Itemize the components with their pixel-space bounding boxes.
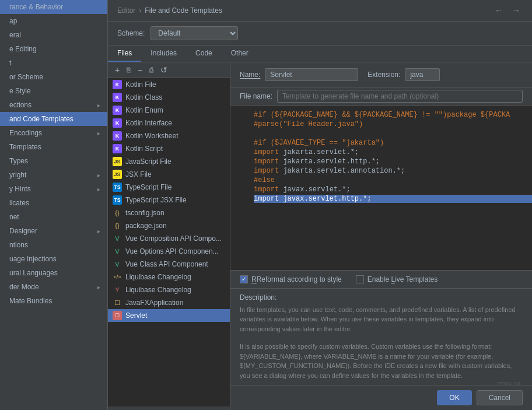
reformat-checkbox-group[interactable]: ✓ RReformat according to style [240,275,342,283]
filename-label: File name: [240,92,272,100]
sidebar-item-lang-injections[interactable]: uage Injections [0,252,107,266]
sidebar-item-keymap[interactable]: ap [0,14,107,28]
tab-code[interactable]: Code [186,45,222,62]
sidebar-item-code-style[interactable]: e Style [0,84,107,98]
file-list-panel: + ⎘ − ⎙ ↺ K Kotlin File K Kotlin Cl [108,62,230,410]
file-item-kotlin-worksheet[interactable]: K Kotlin Worksheet [108,129,230,142]
sidebar-item-reader-mode[interactable]: der Mode ▸ [0,280,107,294]
sidebar-item-editing[interactable]: e Editing [0,42,107,56]
revert-template-button[interactable]: ↺ [158,65,170,75]
liquibase-red-icon: Y [113,285,122,295]
reformat-checkbox[interactable]: ✓ [240,275,248,283]
expand-icon: ▸ [97,186,100,192]
sidebar-item-mate-bundles[interactable]: Mate Bundles [0,294,107,308]
forward-button[interactable]: → [510,5,523,16]
name-field-group: Name: [240,68,358,81]
file-item-liquibase-red[interactable]: Y Liquibase Changelog [108,283,230,296]
sidebar-item-appearance[interactable]: rance & Behavior [0,0,107,14]
ok-button[interactable]: OK [437,390,471,405]
add-template-button[interactable]: + [113,65,122,75]
sidebar-item-natural-languages[interactable]: ural Languages [0,266,107,280]
vue-options-icon: V [113,247,122,256]
extension-label: Extension: [368,71,400,79]
back-button[interactable]: ← [492,5,505,16]
tab-other[interactable]: Other [222,45,258,62]
file-item-kotlin-script[interactable]: K Kotlin Script [108,142,230,155]
app-container: rance & Behavior ap eral e Editing t or … [0,0,532,410]
code-editor[interactable]: #if (${PACKAGE_NAME} && ${PACKAGE_NAME} … [230,106,532,270]
file-item-typescript-file[interactable]: TS TypeScript File [108,181,230,194]
sidebar-item-color-scheme[interactable]: or Scheme [0,70,107,84]
sidebar-item-intentions[interactable]: ntions [0,238,107,252]
live-templates-checkbox-group[interactable]: Enable Live Templates [356,275,438,283]
sidebar-item-encodings[interactable]: Encodings ▸ [0,126,107,140]
sidebar-item-internet[interactable]: net [0,210,107,224]
expand-icon: ▸ [97,228,100,234]
file-name: Liquibase Changelog [125,286,191,294]
file-name: TypeScript JSX File [125,196,187,204]
file-item-vue-options[interactable]: V Vue Options API Componen... [108,245,230,258]
live-templates-label: Enable Live Templates [368,275,438,283]
code-line [230,129,532,138]
sidebar-item-inspections[interactable]: ections ▸ [0,98,107,112]
file-name: Kotlin Script [125,145,163,153]
kotlin-class-icon: K [113,93,122,102]
file-item-kotlin-interface[interactable]: K Kotlin Interface [108,117,230,129]
kotlin-script-icon: K [113,144,122,153]
scheme-row: Scheme: Default [108,22,532,45]
filename-row: File name: [230,87,532,106]
sidebar-item-inlay-hints[interactable]: y Hints ▸ [0,182,107,196]
sidebar-item-file-code-templates[interactable]: and Code Templates [0,112,107,126]
file-item-liquibase-xml[interactable]: </> Liquibase Changelog [108,271,230,283]
expand-icon: ▸ [97,172,100,178]
file-item-kotlin-class[interactable]: K Kotlin Class [108,91,230,104]
file-item-vue-class[interactable]: V Vue Class API Component [108,258,230,271]
description-text-1: In file templates, you can use text, cod… [240,305,523,334]
file-name: Vue Options API Componen... [125,247,219,255]
file-item-vue-composition[interactable]: V Vue Composition API Compo... [108,232,230,245]
file-name: JavaScript File [125,157,172,166]
reset-template-button[interactable]: ⎙ [147,65,156,75]
sidebar-item-general[interactable]: eral [0,28,107,42]
tsconfig-icon: {} [113,208,122,218]
kotlin-worksheet-icon: K [113,131,122,141]
sidebar-item-live-templates[interactable]: Templates [0,140,107,154]
bottom-options: ✓ RReformat according to style Enable Li… [230,270,532,288]
editor-panel: Name: Extension: File name: [230,62,532,410]
file-item-package-json[interactable]: {} package.json [108,219,230,232]
breadcrumb-separator: › [139,6,141,15]
file-item-kotlin-file[interactable]: K Kotlin File [108,78,230,91]
file-item-javafx[interactable]: ☐ JavaFXApplication [108,296,230,309]
file-name: Liquibase Changelog [125,273,191,281]
cancel-button[interactable]: Cancel [477,390,523,405]
horizontal-scrollbar[interactable] [108,407,230,410]
sidebar-item-file-types[interactable]: Types [0,154,107,168]
file-item-typescript-jsx[interactable]: TS TypeScript JSX File [108,194,230,206]
tab-includes[interactable]: Includes [141,45,186,62]
file-item-kotlin-enum[interactable]: K Kotlin Enum [108,104,230,117]
right-panel: Editor › File and Code Templates ← → Sch… [108,0,532,410]
sidebar-item-copyright[interactable]: yright ▸ [0,168,107,182]
filename-input[interactable] [277,90,523,103]
file-item-javascript-file[interactable]: JS JavaScript File [108,155,230,168]
code-line: #if (${PACKAGE_NAME} && ${PACKAGE_NAME} … [230,110,532,120]
remove-template-button[interactable]: − [135,65,145,75]
code-line: import jakarta.servlet.annotation.*; [230,166,532,176]
sidebar-item-ui-designer[interactable]: Designer ▸ [0,224,107,238]
code-line: #if ($JAVAEE_TYPE == "jakarta") [230,138,532,148]
file-item-jsx-file[interactable]: JS JSX File [108,168,230,181]
scheme-select[interactable]: Default [150,26,238,40]
tab-files[interactable]: Files [108,45,141,62]
live-templates-checkbox[interactable] [356,275,364,283]
sidebar-item-font[interactable]: t [0,56,107,70]
code-line: #parse("File Header.java") [230,120,532,129]
file-name: Kotlin Worksheet [125,132,178,140]
liquibase-xml-icon: </> [113,272,122,282]
copy-template-button[interactable]: ⎘ [124,65,133,75]
file-item-servlet[interactable]: ☐ Servlet [108,309,230,322]
code-line: #else [230,176,532,185]
name-input[interactable] [265,68,358,81]
extension-input[interactable] [405,68,440,81]
sidebar-item-duplicates[interactable]: licates [0,196,107,210]
file-item-tsconfig[interactable]: {} tsconfig.json [108,206,230,219]
